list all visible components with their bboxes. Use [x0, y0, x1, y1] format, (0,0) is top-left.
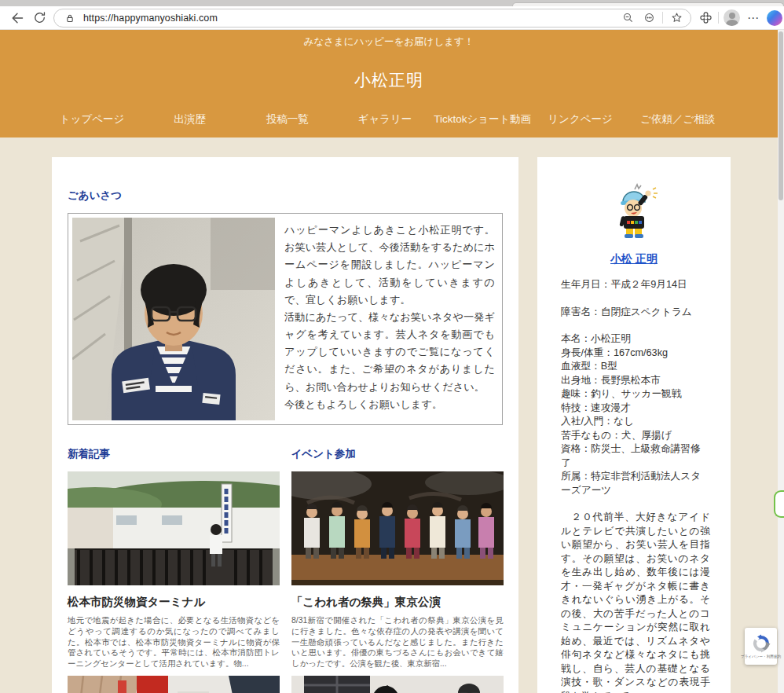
article-image-interview[interactable]	[291, 676, 504, 693]
site-title: 小松正明	[0, 69, 778, 91]
reader-dots-icon[interactable]	[641, 10, 657, 26]
site-tagline: みなさまにハッピーをお届けします！	[0, 30, 778, 49]
article-card-festival[interactable]: 「こわれ者の祭典」東京公演 8/31新宿で開催された「こわれ者の祭典」東京公演を…	[291, 471, 504, 669]
browser-tab-strip	[0, 0, 784, 6]
page-scrollbar[interactable]	[778, 30, 784, 693]
profile-hobby: 趣味：釣り、サッカー観戦	[561, 387, 710, 402]
section-heading-new-posts: 新着記事	[68, 447, 280, 461]
profile-height-weight: 身長/体重：167cm/63kg	[561, 346, 710, 361]
main-content-card: ごあいさつ	[52, 157, 518, 693]
profile-qualifications: 資格：防災士、上級救命講習修了	[561, 442, 710, 470]
article-card-terminal[interactable]: 松本市防災物資ターミナル 地元で地震が起きた場合に、必要となる生活物資などをどう…	[68, 471, 280, 669]
nav-item-appearances[interactable]: 出演歴	[141, 112, 238, 126]
article-image-firestation[interactable]	[68, 676, 280, 693]
recaptcha-icon	[752, 634, 771, 653]
omnibox-divider	[662, 12, 663, 24]
profile-gap	[561, 319, 710, 332]
side-floating-widget[interactable]	[774, 490, 784, 518]
avatar-shoulders-shape	[726, 20, 738, 26]
profile-text: 生年月日：平成２年9月14日 障害名：自閉症スペクトラム 本名：小松正明 身長/…	[561, 278, 710, 693]
more-menu-icon[interactable]: ⋯	[745, 11, 762, 25]
greeting-text: ハッピーマンよしあきこと小松正明です。お笑い芸人として、今後活動をするためにホー…	[284, 218, 498, 420]
profile-sidebar-card: 小松 正明 生年月日：平成２年9月14日 障害名：自閉症スペクトラム 本名：小松…	[537, 157, 731, 693]
portrait-photo	[72, 218, 275, 420]
section-heading-events: イベント参加	[291, 447, 504, 461]
toolbar-divider	[718, 12, 719, 24]
article-image-festival[interactable]	[291, 471, 504, 585]
profile-disability: 障害名：自閉症スペクトラム	[561, 306, 710, 320]
article-card-interview[interactable]	[291, 676, 504, 693]
article-title-festival[interactable]: 「こわれ者の祭典」東京公演	[291, 595, 504, 610]
toolbar-right-cluster: ⋯	[698, 9, 784, 26]
browser-toolbar: https://happymanyoshiaki.com ⋯	[0, 6, 784, 30]
article-title-terminal[interactable]: 松本市防災物資ターミナル	[68, 595, 280, 610]
browser-essentials-icon[interactable]	[698, 10, 713, 26]
profile-hometown: 出身地：長野県松本市	[561, 374, 710, 388]
profile-blood-type: 血液型：B型	[561, 360, 710, 374]
greeting-paragraph-2: 活動にあたって、様々なお笑いネタや一発ギャグを考えています。芸人ネタを動画でもア…	[284, 309, 495, 396]
nav-item-contact[interactable]: ご依頼／ご相談	[629, 112, 727, 126]
address-bar[interactable]: https://happymanyoshiaki.com	[53, 9, 691, 28]
nav-item-posts[interactable]: 投稿一覧	[239, 112, 336, 126]
refresh-button[interactable]	[28, 9, 50, 28]
nav-item-gallery[interactable]: ギャラリー	[336, 112, 434, 126]
profile-dislikes: 苦手なもの：犬、厚揚げ	[561, 429, 710, 443]
back-icon	[10, 11, 24, 25]
scrollbar-thumb[interactable]	[779, 31, 783, 200]
favorite-star-icon[interactable]	[669, 10, 684, 26]
site-nav: トップページ 出演歴 投稿一覧 ギャラリー Ticktokショート動画 リンクペ…	[43, 112, 727, 126]
back-button[interactable]	[6, 9, 28, 28]
nav-item-tiktok[interactable]: Ticktokショート動画	[434, 112, 531, 126]
article-image-terminal[interactable]	[68, 471, 280, 585]
recaptcha-badge[interactable]: プライバシー・利用規約	[745, 628, 777, 665]
avatar-head-shape	[729, 13, 735, 19]
profile-avatar-icon[interactable]	[724, 9, 740, 26]
article-card-firestation[interactable]	[68, 676, 280, 693]
greeting-paragraph-1: ハッピーマンよしあきこと小松正明です。お笑い芸人として、今後活動をするためにホー…	[284, 222, 495, 309]
nav-item-top[interactable]: トップページ	[43, 112, 141, 126]
profile-name-link[interactable]: 小松 正明	[537, 252, 731, 266]
browser-window: { "browser": { "url": "https://happymany…	[0, 0, 784, 693]
article-excerpt-terminal: 地元で地震が起きた場合に、必要となる生活物資などをどうやって調達するのか気になっ…	[68, 615, 280, 669]
profile-real-name: 本名：小松正明	[561, 332, 710, 346]
lock-icon[interactable]	[62, 10, 78, 26]
mascot-character-image	[605, 182, 663, 240]
profile-birth: 生年月日：平成２年9月14日	[561, 278, 710, 292]
profile-skill: 特技：速攻漫才	[561, 402, 710, 416]
recaptcha-privacy-label: プライバシー・利用規約	[741, 654, 781, 658]
greeting-box: ハッピーマンよしあきこと小松正明です。お笑い芸人として、今後活動をするためにホー…	[68, 213, 503, 425]
article-excerpt-festival: 8/31新宿で開催された「こわれ者の祭典」東京公演を見に行きました。色々な依存症…	[291, 615, 504, 669]
profile-entry: 入社/入門：なし	[561, 415, 710, 429]
profile-gap	[561, 292, 710, 306]
greeting-paragraph-3: 今後ともよろしくお願いします。	[284, 396, 495, 413]
profile-affiliation: 所属：特定非営利活動法人スターズアーツ	[561, 470, 710, 497]
profile-bio: ２０代前半、大好きなアイドルとテレビで共演したいとの強い願望から、お笑い芸人を目…	[561, 511, 710, 693]
site-header: みなさまにハッピーをお届けします！ 小松正明 トップページ 出演歴 投稿一覧 ギ…	[0, 30, 778, 138]
copilot-icon[interactable]	[767, 10, 782, 26]
url-text[interactable]: https://happymanyoshiaki.com	[83, 13, 614, 24]
refresh-icon	[33, 11, 46, 24]
zoom-out-icon[interactable]	[620, 10, 636, 26]
greeting-heading: ごあいさつ	[68, 189, 503, 203]
nav-item-links[interactable]: リンクページ	[531, 112, 628, 126]
